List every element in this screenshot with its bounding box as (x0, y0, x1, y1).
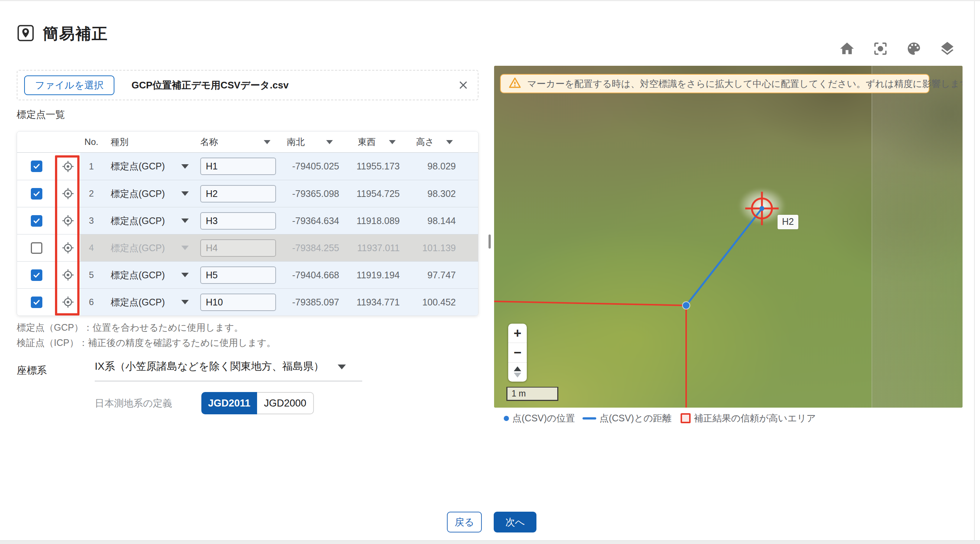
column-header-name: 名称 (200, 136, 218, 148)
sort-name-icon[interactable] (264, 140, 270, 144)
column-header-height: 高さ (416, 136, 434, 148)
blue-dot-icon (504, 416, 509, 421)
datum-option-jgd2000[interactable]: JGD2000 (257, 392, 314, 414)
row-type-label: 標定点(GCP) (111, 242, 165, 254)
row-checkbox[interactable] (31, 242, 42, 254)
datum-toggle: JGD2011 JGD2000 (201, 392, 314, 414)
row-no: 2 (80, 180, 103, 207)
row-north-south: -79385.097 (284, 289, 350, 315)
map-toolbar (839, 40, 956, 57)
row-north-south: -79404.668 (284, 262, 350, 288)
rotate-stepper[interactable] (508, 362, 527, 382)
window-bottom-edge (0, 540, 980, 544)
row-checkbox[interactable] (31, 296, 42, 308)
row-east-west: 11919.194 (350, 262, 413, 288)
datum-label: 日本測地系の定義 (95, 397, 201, 410)
table-row: 2 標定点(GCP) -79365.098 11954.725 98.302 (17, 180, 478, 207)
type-dropdown-icon[interactable] (181, 246, 189, 250)
datum-row: 日本測地系の定義 JGD2011 JGD2000 (95, 392, 314, 414)
row-height: 100.452 (413, 289, 479, 315)
warning-triangle-icon (508, 76, 522, 91)
map-panel[interactable]: H2 マーカーを配置する時は、対空標識をさらに拡大して中心に配置してください。ず… (494, 66, 963, 408)
points-section-title: 標定点一覧 (17, 108, 65, 121)
row-no: 1 (80, 153, 103, 180)
column-header-north-south: 南北 (287, 136, 305, 148)
map-scale-bar: 1 m (506, 387, 558, 401)
row-name-input[interactable] (200, 157, 276, 175)
locate-target-icon[interactable] (61, 214, 75, 227)
sort-height-icon[interactable] (446, 140, 453, 144)
row-name-input[interactable] (200, 266, 276, 284)
row-east-west: 11955.173 (350, 153, 413, 180)
points-table: No. 種別 名称 南北 東西 高さ (17, 131, 479, 316)
row-height: 97.747 (413, 262, 479, 288)
row-name-input[interactable] (200, 212, 276, 230)
row-height: 98.029 (413, 153, 479, 180)
panel-scrollbar-thumb[interactable] (488, 234, 491, 248)
row-east-west: 11934.771 (350, 289, 413, 315)
row-type-label: 標定点(GCP) (111, 160, 165, 172)
home-icon[interactable] (839, 40, 855, 57)
type-dropdown-icon[interactable] (181, 273, 189, 277)
sort-east-west-icon[interactable] (389, 140, 396, 144)
type-dropdown-icon[interactable] (181, 164, 189, 169)
type-dropdown-icon[interactable] (181, 191, 189, 196)
locate-target-icon[interactable] (61, 268, 75, 282)
row-east-west: 11937.011 (350, 234, 413, 261)
row-north-south: -79384.255 (284, 234, 350, 261)
locate-target-icon[interactable] (61, 160, 75, 173)
locate-target-icon[interactable] (61, 296, 75, 309)
column-header-type: 種別 (111, 136, 129, 148)
legend-csv-distance: 点(CSV)との距離 (600, 412, 672, 424)
map-zoom-controls: + − (508, 324, 527, 382)
next-button[interactable]: 次へ (494, 512, 536, 533)
map-pin-square-icon (17, 24, 35, 43)
note-icp: 検証点（ICP）：補正後の精度を確認するために使用します。 (17, 335, 276, 350)
simple-correction-page: 簡易補正 ファイルを選択 GCP位置補正デモ用CSVデータ.csv 標定点一覧 … (0, 0, 980, 544)
step-down-icon[interactable] (514, 373, 521, 377)
note-gcp: 標定点（GCP）：位置を合わせるために使用します。 (17, 320, 276, 335)
type-dropdown-icon[interactable] (181, 218, 189, 223)
coordinate-system-select[interactable]: IX系（小笠原諸島などを除く関東地方、福島県） (95, 359, 362, 381)
type-dropdown-icon[interactable] (181, 300, 189, 304)
table-row: 4 標定点(GCP) -79384.255 11937.011 101.139 (17, 234, 478, 261)
marker-label: H2 (778, 215, 798, 229)
row-checkbox[interactable] (31, 269, 42, 281)
table-row: 3 標定点(GCP) -79364.634 11918.089 98.144 (17, 207, 478, 234)
datum-option-jgd2011[interactable]: JGD2011 (201, 392, 257, 414)
zoom-in-button[interactable]: + (508, 324, 527, 343)
step-up-icon[interactable] (514, 366, 521, 371)
table-row: 6 標定点(GCP) -79385.097 11934.771 100.452 (17, 288, 478, 315)
row-type-label: 標定点(GCP) (111, 269, 165, 281)
column-header-east-west: 東西 (358, 136, 375, 148)
row-no: 3 (80, 207, 103, 234)
row-height: 98.144 (413, 207, 479, 234)
warning-text: マーカーを配置する時は、対空標識をさらに拡大して中心に配置してください。ずれは精… (527, 78, 963, 90)
row-no: 4 (80, 234, 103, 261)
row-checkbox[interactable] (31, 215, 42, 227)
close-icon[interactable] (457, 79, 469, 91)
row-name-input[interactable] (200, 185, 276, 202)
page-title: 簡易補正 (43, 24, 108, 44)
row-name-input[interactable] (200, 294, 276, 311)
back-button[interactable]: 戻る (447, 512, 482, 533)
row-type-label: 標定点(GCP) (111, 188, 165, 200)
row-east-west: 11954.725 (350, 180, 413, 207)
row-checkbox[interactable] (31, 188, 42, 200)
sort-north-south-icon[interactable] (326, 140, 333, 144)
legend-reliable-area: 補正結果の信頼が高いエリア (694, 412, 816, 424)
window-right-edge (974, 1, 975, 544)
center-focus-icon[interactable] (872, 40, 889, 57)
row-height: 98.302 (413, 180, 479, 207)
layers-icon[interactable] (939, 40, 956, 57)
row-checkbox[interactable] (31, 161, 42, 172)
row-type-label: 標定点(GCP) (111, 215, 165, 227)
file-select-button[interactable]: ファイルを選択 (24, 75, 115, 95)
locate-target-icon[interactable] (61, 241, 75, 255)
palette-icon[interactable] (906, 40, 922, 57)
zoom-out-button[interactable]: − (508, 343, 527, 362)
locate-target-icon[interactable] (61, 187, 75, 200)
column-header-no: No. (84, 137, 98, 147)
row-name-input[interactable] (200, 239, 276, 257)
blue-line-icon (582, 417, 596, 420)
